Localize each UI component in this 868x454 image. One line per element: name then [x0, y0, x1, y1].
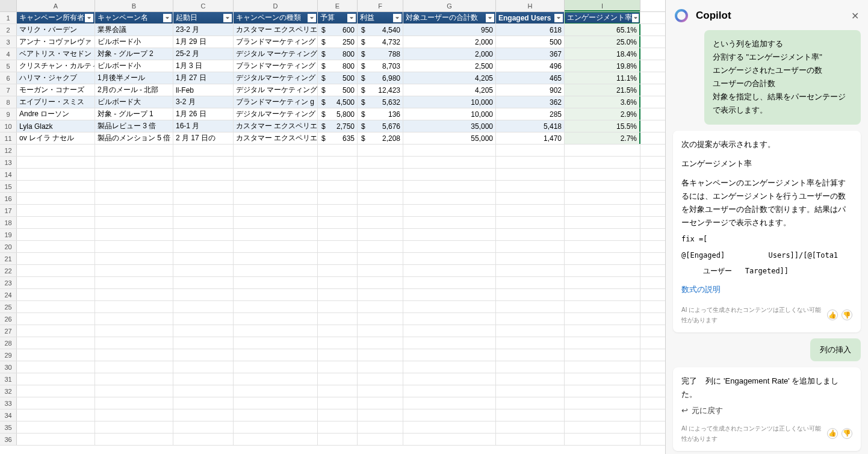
empty-cell[interactable] [234, 145, 318, 156]
row-header[interactable]: 23 [0, 277, 17, 288]
explain-formula-link[interactable]: 数式の説明 [681, 283, 852, 296]
table-cell[interactable]: ビルボード小 [95, 36, 173, 48]
empty-cell[interactable] [318, 421, 358, 433]
empty-cell[interactable] [496, 181, 565, 192]
row-header[interactable]: 10 [0, 120, 17, 132]
table-cell[interactable]: $4,732 [358, 36, 403, 48]
empty-cell[interactable] [358, 265, 403, 276]
table-cell[interactable]: 21.5% [565, 84, 640, 96]
empty-cell[interactable] [318, 361, 358, 373]
empty-cell[interactable] [496, 289, 565, 300]
empty-cell[interactable] [565, 301, 640, 313]
empty-cell[interactable] [565, 169, 640, 180]
table-cell[interactable]: 15.5% [565, 120, 640, 132]
column-header-C[interactable]: C [173, 0, 234, 11]
column-header-D[interactable]: D [234, 0, 318, 11]
empty-cell[interactable] [17, 289, 95, 300]
table-cell[interactable]: $800 [318, 60, 358, 72]
table-cell[interactable]: 2月のメール - 北部 [95, 84, 173, 96]
empty-cell[interactable] [496, 421, 565, 433]
empty-cell[interactable] [496, 373, 565, 385]
row-header[interactable]: 18 [0, 217, 17, 228]
table-cell[interactable]: $12,423 [358, 84, 403, 96]
empty-cell[interactable] [173, 181, 234, 192]
row-header[interactable]: 14 [0, 169, 17, 180]
empty-cell[interactable] [358, 434, 403, 445]
empty-cell[interactable] [403, 409, 496, 421]
row-header[interactable]: 5 [0, 60, 17, 72]
empty-cell[interactable] [234, 397, 318, 409]
table-cell[interactable]: $600 [318, 24, 358, 36]
empty-cell[interactable] [403, 217, 496, 228]
table-cell[interactable]: $635 [318, 132, 358, 144]
empty-cell[interactable] [17, 301, 95, 313]
empty-cell[interactable] [358, 397, 403, 409]
empty-cell[interactable] [403, 241, 496, 252]
table-cell[interactable]: ov レイラ ナセル [17, 132, 95, 144]
empty-cell[interactable] [234, 241, 318, 252]
row-header[interactable]: 32 [0, 385, 17, 397]
empty-cell[interactable] [565, 241, 640, 252]
empty-cell[interactable] [318, 313, 358, 325]
empty-cell[interactable] [173, 277, 234, 288]
empty-cell[interactable] [173, 421, 234, 433]
table-header-cell[interactable]: エンゲージメント率 [565, 12, 640, 23]
empty-cell[interactable] [565, 361, 640, 373]
row-header[interactable]: 21 [0, 253, 17, 264]
empty-cell[interactable] [318, 265, 358, 276]
filter-dropdown-icon[interactable] [347, 14, 356, 22]
column-header-E[interactable]: E [318, 0, 358, 11]
table-cell[interactable]: ブランドマーケティング [234, 36, 318, 48]
thumbs-down-icon[interactable]: 👎 [842, 428, 852, 439]
empty-cell[interactable] [358, 313, 403, 325]
empty-cell[interactable] [318, 337, 358, 349]
empty-cell[interactable] [358, 301, 403, 313]
column-header-F[interactable]: F [358, 0, 403, 11]
table-cell[interactable]: 11.1% [565, 72, 640, 84]
table-cell[interactable]: 4,205 [403, 72, 496, 84]
empty-cell[interactable] [318, 385, 358, 397]
empty-cell[interactable] [95, 241, 173, 252]
row-header[interactable]: 12 [0, 145, 17, 156]
empty-cell[interactable] [403, 397, 496, 409]
row-header[interactable]: 15 [0, 181, 17, 192]
empty-cell[interactable] [173, 313, 234, 325]
table-cell[interactable]: 製品のメンション 5 倍 [95, 132, 173, 144]
empty-cell[interactable] [358, 181, 403, 192]
empty-cell[interactable] [403, 193, 496, 204]
empty-cell[interactable] [318, 397, 358, 409]
empty-cell[interactable] [358, 277, 403, 288]
empty-cell[interactable] [565, 373, 640, 385]
empty-cell[interactable] [565, 277, 640, 288]
empty-cell[interactable] [496, 409, 565, 421]
empty-cell[interactable] [17, 181, 95, 192]
empty-cell[interactable] [318, 193, 358, 204]
empty-cell[interactable] [234, 385, 318, 397]
table-cell[interactable]: 2.7% [565, 132, 640, 144]
row-header[interactable]: 31 [0, 373, 17, 385]
empty-cell[interactable] [234, 289, 318, 300]
empty-cell[interactable] [95, 205, 173, 216]
empty-cell[interactable] [565, 145, 640, 156]
empty-cell[interactable] [403, 157, 496, 168]
empty-cell[interactable] [318, 241, 358, 252]
empty-cell[interactable] [173, 289, 234, 300]
table-cell[interactable]: $250 [318, 36, 358, 48]
empty-cell[interactable] [17, 349, 95, 361]
empty-cell[interactable] [17, 277, 95, 288]
empty-cell[interactable] [496, 241, 565, 252]
empty-cell[interactable] [95, 313, 173, 325]
empty-cell[interactable] [358, 145, 403, 156]
empty-cell[interactable] [496, 145, 565, 156]
empty-cell[interactable] [173, 397, 234, 409]
table-cell[interactable]: $2,750 [318, 120, 358, 132]
empty-cell[interactable] [358, 409, 403, 421]
table-cell[interactable]: デジタル マーケティング [234, 48, 318, 60]
table-cell[interactable]: 1,470 [496, 132, 565, 144]
table-cell[interactable]: Lyla Glazk [17, 120, 95, 132]
thumbs-up-icon[interactable]: 👍 [827, 309, 838, 320]
empty-cell[interactable] [403, 181, 496, 192]
empty-cell[interactable] [403, 361, 496, 373]
empty-cell[interactable] [403, 349, 496, 361]
filter-dropdown-icon[interactable] [308, 14, 316, 22]
